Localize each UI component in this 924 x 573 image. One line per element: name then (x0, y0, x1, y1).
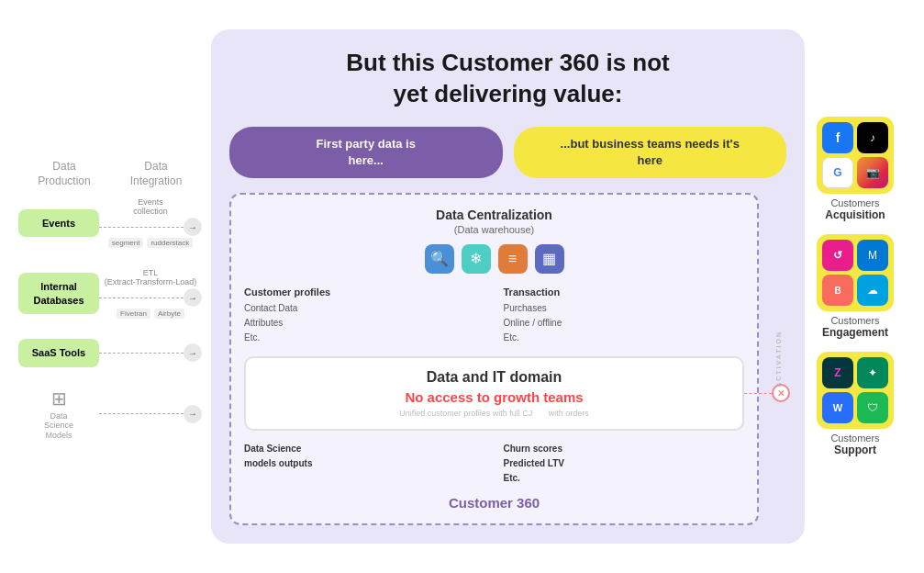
acquisition-icons-grid: f ♪ G 📷 (817, 117, 894, 194)
col1-header: DataProduction (18, 160, 110, 188)
support-icons-grid: Z ✦ W 🛡 (817, 352, 894, 429)
arrow-icon: → (184, 343, 202, 362)
saas-tools-badge: SaaS Tools (18, 339, 99, 366)
support-label: CustomersSupport (830, 433, 879, 456)
warehouse-subtitle: (Data warehouse) (454, 224, 534, 235)
warehouse-icons: 🔍 ❄ ≡ ▦ (425, 244, 564, 274)
events-sub-logos: segment rudderstack (108, 238, 193, 248)
app-group-support: Z ✦ W 🛡 CustomersSupport (805, 352, 906, 456)
left-headers: DataProduction DataIntegration (18, 160, 202, 188)
warning-subtitle: No access to growth teams (257, 389, 731, 405)
airbyte-logo: Airbyte (154, 309, 184, 319)
zendesk-icon: Z (822, 357, 853, 388)
wh-col-profiles: Customer profiles Contact DataAttributes… (244, 285, 485, 345)
bot-col-ds: Data Sciencemodels outputs (244, 442, 485, 486)
facebook-icon: f (822, 122, 853, 153)
arrow-icon: → (184, 405, 202, 423)
internal-sub-logos: Fivetran Airbyte (117, 309, 184, 319)
events-badge: Events (18, 209, 99, 237)
blocker-line (744, 393, 772, 394)
list-item: Events Eventscollection → segment rudder… (18, 197, 202, 248)
list-item: InternalDatabases ETL(Extract-Transform-… (18, 268, 202, 319)
main-container: DataProduction DataIntegration Events Ev… (0, 0, 924, 573)
tiktok-icon: ♪ (857, 122, 888, 153)
first-party-banner: First party data ishere... (229, 127, 503, 178)
bottom-cols: Data Sciencemodels outputs Churn scoresP… (244, 442, 744, 486)
ds-label: DataScienceModels (44, 411, 73, 441)
warning-box: Data and IT domain No access to growth t… (244, 356, 744, 431)
app-group-acquisition: f ♪ G 📷 CustomersAcquisition (805, 117, 906, 221)
events-connector-label: Eventscollection (133, 197, 168, 216)
ds-icon: ⊞ (51, 388, 67, 410)
customer360-label: Customer 360 (449, 495, 540, 511)
wh-icon-segment: 🔍 (425, 244, 454, 274)
warehouse-box: Data Centralization (Data warehouse) 🔍 ❄… (229, 193, 759, 525)
wh-icon-layers: ≡ (498, 244, 528, 274)
salesforce-icon: ☁ (857, 275, 888, 306)
dashed-line (99, 353, 184, 354)
list-item: SaaS Tools → (18, 339, 202, 366)
dashed-line (99, 298, 184, 298)
segment-logo: segment (108, 238, 144, 248)
list-item: ⊞ DataScienceModels → (18, 388, 202, 441)
col2-header: DataIntegration (110, 160, 202, 188)
etl-label: ETL(Extract-Transform-Load) (105, 268, 197, 286)
attentive-icon: ↺ (822, 240, 853, 271)
wh-col-title-profiles: Customer profiles (244, 285, 485, 301)
google-ads-icon: G (822, 157, 853, 188)
arrow-icon: → (184, 218, 202, 236)
braze-icon: B (822, 275, 853, 306)
wh-col-transaction: Transaction PurchasesOnline / offlineEtc… (504, 285, 745, 345)
internal-db-connector: ETL(Extract-Transform-Load) → Fivetran A… (99, 268, 202, 319)
dashed-line (99, 227, 184, 228)
content-row: Data Centralization (Data warehouse) 🔍 ❄… (229, 193, 786, 525)
warning-desc: Unified customer profiles with full CJ w… (257, 409, 731, 418)
arrow-icon: → (184, 288, 202, 307)
acquisition-label: CustomersAcquisition (825, 197, 885, 221)
wh-col-title-transaction: Transaction (504, 285, 745, 301)
engagement-icons-grid: ↺ M B ☁ (817, 234, 894, 311)
wh-icon-snowflake: ❄ (462, 244, 491, 274)
warehouse-cols: Customer profiles Contact DataAttributes… (244, 285, 744, 345)
instagram-icon: 📷 (857, 157, 888, 188)
fivetran-logo: Fivetran (117, 309, 150, 319)
events-connector: Eventscollection → segment rudderstack (99, 197, 202, 248)
right-panel: But this Customer 360 is notyet deliveri… (211, 29, 805, 544)
dashed-line (99, 413, 184, 414)
warning-title: Data and IT domain (257, 369, 731, 386)
left-rows: Events Eventscollection → segment rudder… (18, 197, 202, 441)
apps-panel: f ♪ G 📷 CustomersAcquisition ↺ M B ☁ Cus… (805, 117, 906, 456)
microsoft-dynamics-icon: M (857, 240, 888, 271)
bot-col-churn: Churn scoresPredicted LTVEtc. (504, 442, 745, 486)
internal-db-badge: InternalDatabases (18, 273, 99, 314)
activation-section: ACTIVATION (770, 193, 786, 525)
app-group-engagement: ↺ M B ☁ CustomersEngagement (805, 234, 906, 339)
saas-connector: → (99, 343, 202, 362)
intercom-icon: W (822, 392, 853, 423)
bot-col-churn-title: Churn scoresPredicted LTVEtc. (504, 442, 745, 486)
engagement-label: CustomersEngagement (822, 315, 888, 339)
saas-connector-line: → (99, 343, 202, 362)
wh-icon-azure: ▦ (535, 244, 564, 274)
shield-icon: 🛡 (857, 392, 888, 423)
bot-col-ds-title: Data Sciencemodels outputs (244, 442, 485, 471)
activation-text: ACTIVATION (775, 331, 782, 388)
left-panel: DataProduction DataIntegration Events Ev… (18, 132, 202, 441)
banner-row: First party data ishere... ...but busine… (229, 127, 786, 178)
freshdesk-icon: ✦ (857, 357, 888, 388)
ds-connector-line: → (99, 405, 202, 423)
warehouse-title: Data Centralization (436, 208, 552, 222)
events-connector-line: → (99, 218, 202, 236)
business-teams-banner: ...but business teams needs it'shere (514, 127, 787, 178)
ds-connector: → (99, 405, 202, 423)
main-title: But this Customer 360 is notyet deliveri… (346, 48, 670, 110)
internal-connector-line: → (99, 288, 202, 307)
rudderstack-logo: rudderstack (147, 238, 193, 248)
ds-models-block: ⊞ DataScienceModels (18, 388, 99, 441)
